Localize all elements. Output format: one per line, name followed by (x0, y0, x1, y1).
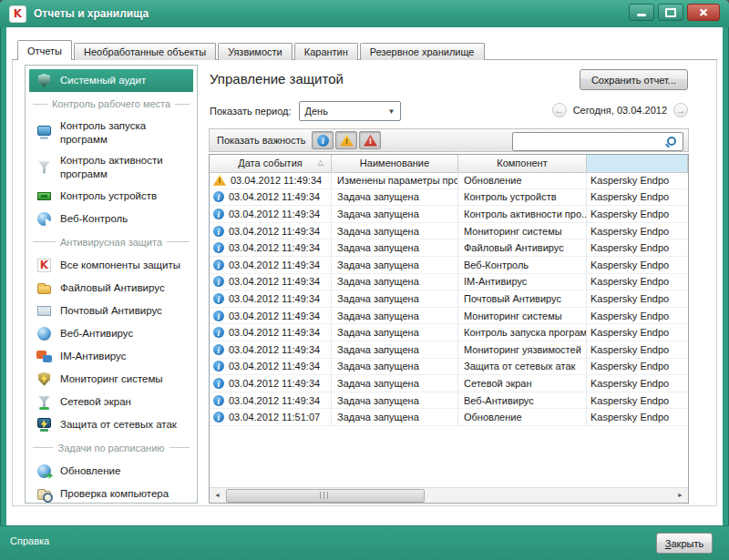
titlebar[interactable]: K Отчеты и хранилища ✕ (0, 0, 729, 27)
table-row[interactable]: 03.04.2012 11:49:34Задача запущенаВеб-Ан… (210, 392, 688, 410)
sidebar-item-device-control[interactable]: Контроль устройств (29, 185, 193, 208)
maximize-button[interactable] (658, 4, 683, 21)
tab-unprocessed-objects[interactable]: Необработанные объекты (74, 43, 216, 60)
event-component-cell: Мониторинг системы (458, 223, 587, 239)
scroll-right-arrow-icon[interactable]: ► (673, 489, 687, 502)
close-window-button[interactable]: ✕ (687, 4, 720, 21)
scroll-left-arrow-icon[interactable]: ◄ (210, 489, 224, 502)
table-row[interactable]: 03.04.2012 11:49:34Задача запущенаПочтов… (210, 290, 688, 308)
sidebar-item-all-protection-components[interactable]: Все компоненты защиты (29, 254, 193, 277)
table-row[interactable]: 03.04.2012 11:49:34Задача запущенаIM-Ант… (210, 274, 688, 291)
sidebar-item-system-watcher[interactable]: Мониторинг системы (29, 368, 193, 391)
column-header-label: Компонент (497, 158, 547, 168)
event-date: 03.04.2012 11:49:34 (231, 175, 322, 186)
info-icon (213, 242, 224, 253)
sidebar-item-computer-scan[interactable]: Проверка компьютера (29, 483, 193, 504)
sidebar-item-web-antivirus[interactable]: Веб-Антивирус (29, 322, 193, 345)
table-row[interactable]: 03.04.2012 11:49:34Задача запущенаКонтро… (210, 324, 688, 341)
minimize-button[interactable] (629, 4, 654, 21)
table-row[interactable]: 03.04.2012 11:49:34Изменены параметры пр… (210, 172, 688, 189)
filter-critical-button[interactable] (359, 131, 381, 149)
search-icon[interactable] (667, 137, 676, 146)
date-navigation: ← Сегодня, 03.04.2012 → (552, 103, 688, 117)
period-select[interactable]: День ▼ (299, 101, 401, 121)
column-header-date[interactable]: Дата события△ (210, 155, 332, 172)
event-date: 03.04.2012 11:49:34 (229, 311, 320, 321)
table-row[interactable]: 03.04.2012 11:49:34Задача запущенаКонтро… (210, 206, 688, 223)
event-name-cell: Задача запущена (332, 392, 458, 409)
save-report-button[interactable]: Сохранить отчет... (580, 69, 688, 90)
reports-tab-page: Системный аудитКонтроль рабочего местаКо… (12, 60, 717, 506)
help-link[interactable]: Справка (10, 535, 49, 546)
column-header-name[interactable]: Наименование (332, 155, 458, 172)
table-row[interactable]: 03.04.2012 11:49:34Задача запущенаМонито… (210, 223, 688, 240)
globe-icon (36, 326, 52, 341)
sidebar-item-label: Почтовый Антивирус (60, 304, 162, 318)
sidebar-item-app-activity-control[interactable]: Контроль активности программ (29, 150, 193, 185)
sidebar-item-network-attack-blocker[interactable]: Защита от сетевых атак (29, 413, 193, 436)
event-name-cell: Задача запущена (332, 239, 458, 256)
sidebar-item-label: Все компоненты защиты (60, 259, 180, 272)
table-row[interactable]: 03.04.2012 11:49:34Задача запущенаМонито… (210, 308, 688, 325)
report-categories-sidebar: Системный аудитКонтроль рабочего местаКо… (25, 65, 198, 504)
table-row[interactable]: 03.04.2012 11:49:34Задача запущенаВеб-Ко… (210, 257, 688, 274)
event-name-cell: Задача запущена (332, 223, 458, 239)
column-header-component[interactable]: Компонент (458, 155, 587, 172)
info-icon (317, 135, 329, 147)
sidebar-item-update[interactable]: Обновление (29, 460, 193, 483)
event-date: 03.04.2012 11:49:34 (229, 293, 320, 304)
table-row[interactable]: 03.04.2012 11:51:07Задача запущенаОбновл… (210, 409, 688, 426)
search-input[interactable] (515, 134, 664, 149)
column-header-product[interactable] (587, 155, 688, 172)
table-row[interactable]: 03.04.2012 11:49:34Задача запущенаФайлов… (210, 239, 688, 257)
sidebar-item-web-control[interactable]: Веб-Контроль (29, 208, 193, 230)
close-button[interactable]: Закрыть (656, 533, 713, 554)
event-date-cell: 03.04.2012 11:49:34 (210, 375, 332, 392)
event-name-cell: Задача запущена (332, 375, 458, 392)
sidebar-item-system-audit[interactable]: Системный аудит (29, 69, 193, 92)
sidebar-item-mail-antivirus[interactable]: Почтовый Антивирус (29, 300, 193, 322)
event-component-cell: Обновление (458, 172, 587, 188)
report-panel: Управление защитой Сохранить отчет... По… (209, 65, 689, 504)
sidebar-item-label: IM-Антивирус (60, 350, 127, 363)
sidebar-section-scheduled-tasks: Задачи по расписанию (33, 443, 190, 453)
info-icon (213, 327, 224, 338)
event-component-cell: IM-Антивирус (458, 274, 587, 290)
event-date: 03.04.2012 11:49:34 (229, 260, 320, 270)
event-date-cell: 03.04.2012 11:49:34 (210, 290, 332, 307)
sidebar-item-file-antivirus[interactable]: Файловый Антивирус (29, 277, 193, 300)
tab-reports[interactable]: Отчеты (17, 40, 72, 60)
horizontal-scrollbar[interactable]: ◄ ► (210, 487, 688, 503)
event-date-cell: 03.04.2012 11:49:34 (210, 324, 332, 341)
event-name-cell: Изменены параметры про... (332, 172, 458, 188)
next-day-button[interactable]: → (673, 103, 688, 117)
scrollbar-thumb[interactable] (226, 489, 425, 503)
event-component-cell: Мониторинг уязвимостей (458, 341, 587, 358)
event-product-cell: Kaspersky Endpo (587, 172, 688, 188)
sidebar-item-firewall[interactable]: Сетевой экран (29, 391, 193, 413)
tab-quarantine[interactable]: Карантин (294, 43, 358, 60)
table-row[interactable]: 03.04.2012 11:49:34Задача запущенаСетево… (210, 375, 688, 392)
event-date-cell: 03.04.2012 11:49:34 (210, 172, 332, 188)
event-product-cell: Kaspersky Endpo (587, 392, 688, 409)
monitor-bolt-icon (36, 417, 52, 433)
tab-backup-storage[interactable]: Резервное хранилище (360, 43, 485, 60)
sidebar-item-label: Системный аудит (60, 74, 146, 87)
sidebar-item-im-antivirus[interactable]: IM-Антивирус (29, 345, 193, 368)
event-component-cell: Контроль запуска программ (458, 324, 587, 341)
table-row[interactable]: 03.04.2012 11:49:34Задача запущенаКонтро… (210, 189, 688, 207)
table-row[interactable]: 03.04.2012 11:49:34Задача запущенаМонито… (210, 341, 688, 359)
tab-vulnerabilities[interactable]: Уязвимости (218, 43, 293, 60)
event-name-cell: Задача запущена (332, 341, 458, 358)
info-icon (213, 361, 224, 372)
window-body: ОтчетыНеобработанные объектыУязвимостиКа… (6, 27, 723, 526)
event-product-cell: Kaspersky Endpo (587, 308, 688, 324)
previous-day-button[interactable]: ← (552, 103, 567, 117)
info-icon (213, 209, 224, 219)
event-date-cell: 03.04.2012 11:49:34 (210, 206, 332, 222)
table-row[interactable]: 03.04.2012 11:49:34Задача запущенаЗащита… (210, 359, 688, 376)
filter-info-button[interactable] (312, 131, 334, 149)
sidebar-item-app-startup-control[interactable]: Контроль запуска программ (29, 116, 193, 150)
filter-warning-button[interactable] (335, 131, 357, 149)
event-product-cell: Kaspersky Endpo (587, 375, 688, 392)
